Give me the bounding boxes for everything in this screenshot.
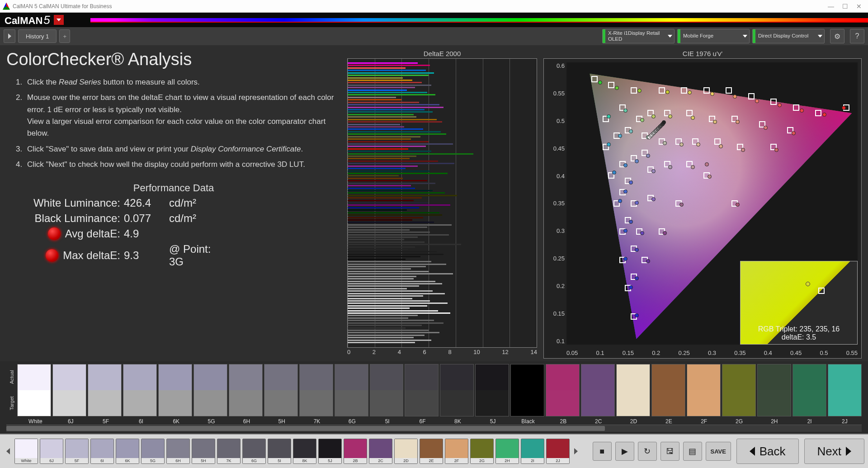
comparator-scrollbar[interactable] bbox=[6, 425, 862, 432]
deltae-bar[interactable] bbox=[348, 254, 443, 255]
cie-measured-point[interactable] bbox=[705, 162, 709, 166]
cie-measured-point[interactable] bbox=[778, 103, 782, 107]
deltae-bar[interactable] bbox=[348, 251, 437, 252]
color-swatch[interactable] bbox=[687, 364, 721, 416]
deltae-bar[interactable] bbox=[348, 303, 448, 304]
color-swatch[interactable] bbox=[546, 364, 580, 416]
cie-measured-point[interactable] bbox=[733, 95, 737, 99]
cie-measured-point[interactable] bbox=[708, 175, 712, 179]
deltae-bar[interactable] bbox=[348, 232, 430, 233]
cie-measured-point[interactable] bbox=[646, 154, 650, 158]
cie-target-marker[interactable] bbox=[815, 110, 821, 116]
cie-target-marker[interactable] bbox=[686, 110, 693, 116]
deltae-bar[interactable] bbox=[348, 121, 442, 123]
window-minimize[interactable]: — bbox=[828, 3, 834, 10]
deltae-bar[interactable] bbox=[348, 256, 420, 257]
device-selector-2[interactable]: Direct Display Control bbox=[752, 29, 825, 43]
deltae-bar[interactable] bbox=[348, 317, 408, 319]
deltae-bar[interactable] bbox=[348, 266, 426, 267]
deltae-bar[interactable] bbox=[348, 285, 419, 287]
deltae-bar[interactable] bbox=[348, 234, 449, 236]
deltae-bar[interactable] bbox=[348, 85, 431, 86]
cie-measured-point[interactable] bbox=[635, 201, 639, 205]
color-swatch[interactable] bbox=[651, 364, 685, 416]
cie-target-marker[interactable] bbox=[659, 87, 665, 94]
thumb-swatch[interactable]: White bbox=[14, 439, 38, 464]
cie-measured-point[interactable] bbox=[651, 114, 656, 118]
deltae-bar[interactable] bbox=[348, 126, 404, 128]
deltae-bar[interactable] bbox=[348, 290, 433, 292]
deltae-bar[interactable] bbox=[348, 295, 423, 297]
deltae-chart[interactable] bbox=[347, 58, 537, 348]
thumb-swatch[interactable]: 6G bbox=[242, 439, 266, 464]
thumb-scroll-left[interactable] bbox=[4, 448, 13, 454]
deltae-bar[interactable] bbox=[348, 94, 435, 95]
color-swatch[interactable] bbox=[123, 364, 157, 416]
deltae-bar[interactable] bbox=[348, 143, 453, 145]
deltae-bar[interactable] bbox=[348, 97, 396, 98]
cie-target-marker[interactable] bbox=[631, 87, 637, 94]
deltae-bar[interactable] bbox=[348, 102, 419, 103]
loop-button[interactable]: ↻ bbox=[638, 442, 657, 461]
deltae-bar[interactable] bbox=[348, 281, 435, 282]
color-swatch[interactable] bbox=[193, 364, 227, 416]
color-swatch[interactable] bbox=[440, 364, 474, 416]
cie-measured-point[interactable] bbox=[792, 131, 796, 135]
deltae-bar[interactable] bbox=[348, 325, 422, 326]
stop-button[interactable]: ■ bbox=[593, 442, 612, 461]
deltae-bar[interactable] bbox=[348, 114, 414, 115]
deltae-bar[interactable] bbox=[348, 342, 415, 343]
thumb-swatch[interactable]: 2D bbox=[394, 439, 418, 464]
deltae-bar[interactable] bbox=[348, 224, 452, 226]
deltae-bar[interactable] bbox=[348, 170, 430, 172]
cie-measured-point[interactable] bbox=[668, 114, 672, 118]
deltae-bar[interactable] bbox=[348, 288, 407, 289]
deltae-bar[interactable] bbox=[348, 67, 406, 69]
deltae-bar[interactable] bbox=[348, 192, 445, 194]
deltae-bar[interactable] bbox=[348, 214, 442, 216]
back-button[interactable]: Back bbox=[736, 439, 799, 464]
cie-target-marker[interactable] bbox=[793, 104, 799, 111]
settings-button[interactable]: ⚙ bbox=[830, 29, 844, 43]
color-swatch[interactable] bbox=[264, 364, 298, 416]
cie-target-marker[interactable] bbox=[591, 76, 598, 82]
thumb-swatch[interactable]: 2E bbox=[420, 439, 443, 464]
deltae-bar[interactable] bbox=[348, 340, 431, 341]
thumb-swatch[interactable]: 5F bbox=[65, 439, 89, 464]
deltae-bar[interactable] bbox=[348, 259, 406, 260]
deltae-bar[interactable] bbox=[348, 207, 419, 208]
color-swatch[interactable] bbox=[616, 364, 650, 416]
deltae-bar[interactable] bbox=[348, 148, 408, 150]
deltae-bar[interactable] bbox=[348, 70, 426, 71]
deltae-bar[interactable] bbox=[348, 241, 425, 243]
deltae-bar[interactable] bbox=[348, 168, 406, 169]
deltae-bar[interactable] bbox=[348, 222, 434, 223]
disk-button[interactable]: 🖫 bbox=[660, 442, 679, 461]
deltae-bar[interactable] bbox=[348, 104, 439, 105]
color-swatch[interactable] bbox=[722, 364, 756, 416]
thumb-swatch[interactable]: 2H bbox=[495, 439, 519, 464]
cie-measured-point[interactable] bbox=[719, 144, 723, 148]
color-swatch[interactable] bbox=[757, 364, 791, 416]
thumb-swatch[interactable]: 2C bbox=[369, 439, 392, 464]
cie-target-marker[interactable] bbox=[714, 138, 721, 145]
cie-measured-point[interactable] bbox=[651, 197, 656, 201]
color-swatch[interactable] bbox=[405, 364, 439, 416]
cie-measured-point[interactable] bbox=[668, 165, 672, 169]
device-selector-1[interactable]: Mobile Forge bbox=[677, 29, 750, 43]
deltae-bar[interactable] bbox=[348, 136, 420, 137]
deltae-bar[interactable] bbox=[348, 335, 425, 336]
deltae-bar[interactable] bbox=[348, 156, 416, 157]
deltae-bar[interactable] bbox=[348, 161, 438, 162]
deltae-bar[interactable] bbox=[348, 298, 412, 299]
thumb-swatch[interactable]: 5J bbox=[318, 439, 342, 464]
deltae-bar[interactable] bbox=[348, 65, 430, 66]
deltae-bar[interactable] bbox=[348, 320, 434, 321]
deltae-bar[interactable] bbox=[348, 90, 407, 91]
color-swatch[interactable] bbox=[581, 364, 615, 416]
deltae-bar[interactable] bbox=[348, 276, 416, 277]
deltae-bar[interactable] bbox=[348, 92, 427, 93]
deltae-bar[interactable] bbox=[348, 217, 423, 218]
deltae-bar[interactable] bbox=[348, 151, 431, 152]
deltae-bar[interactable] bbox=[348, 141, 429, 142]
